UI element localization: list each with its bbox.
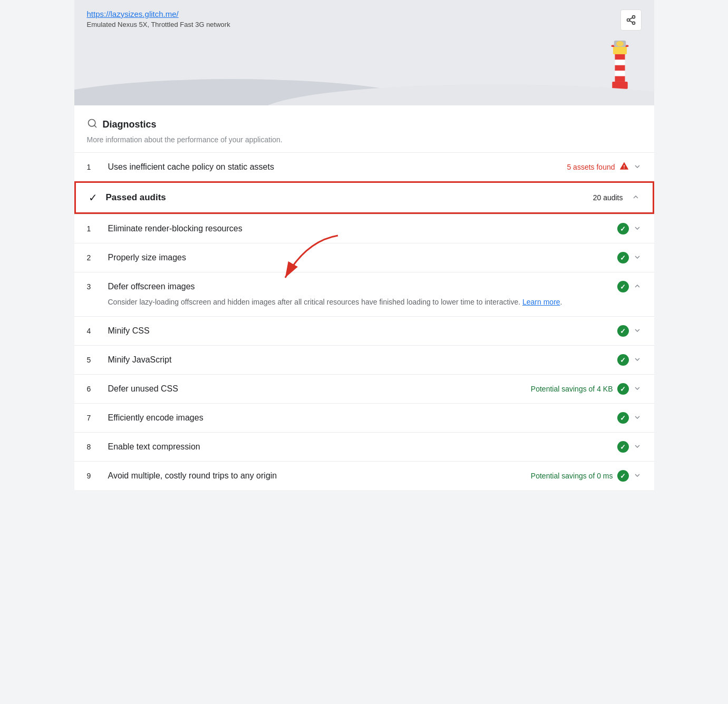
audit-right-pass-7: ✓ bbox=[617, 412, 642, 424]
diagnostics-header: Diagnostics bbox=[74, 105, 654, 135]
audit-row-round-trips: 9 Avoid multiple, costly round trips to … bbox=[74, 461, 654, 490]
green-check-icon-2: ✓ bbox=[617, 252, 629, 263]
audit-description-defer: Consider lazy-loading offscreen and hidd… bbox=[87, 297, 642, 308]
audit-right-pass-6: Potential savings of 4 KB ✓ bbox=[531, 383, 642, 395]
audit-row-size-images: 2 Properly size images ✓ bbox=[74, 243, 654, 272]
audit-number-pass-7: 7 bbox=[87, 414, 100, 422]
diagnostics-subtitle: More information about the performance o… bbox=[74, 135, 654, 152]
audit-right-pass-3: ✓ bbox=[617, 281, 642, 292]
audit-number-1: 1 bbox=[87, 163, 100, 171]
header: https://lazysizes.glitch.me/ Emulated Ne… bbox=[74, 0, 654, 105]
audit-number-pass-8: 8 bbox=[87, 443, 100, 451]
passed-audits-row[interactable]: ✓ Passed audits 20 audits bbox=[74, 181, 654, 214]
audit-right-pass-8: ✓ bbox=[617, 441, 642, 453]
svg-line-4 bbox=[629, 17, 633, 19]
chevron-up-icon-pass-3[interactable] bbox=[633, 282, 642, 292]
audit-label-pass-8: Enable text compression bbox=[108, 442, 609, 452]
svg-rect-9 bbox=[615, 71, 625, 76]
checkmark-icon: ✓ bbox=[89, 191, 98, 204]
audit-top-defer: 3 Defer offscreen images ✓ bbox=[87, 281, 642, 292]
chevron-down-icon-pass-1[interactable] bbox=[633, 224, 642, 234]
audit-row-defer-offscreen: 3 Defer offscreen images ✓ Consider lazy… bbox=[74, 272, 654, 316]
audit-right-pass-1: ✓ bbox=[617, 223, 642, 234]
warning-triangle-icon bbox=[619, 161, 629, 173]
learn-more-link[interactable]: Learn more bbox=[522, 298, 560, 306]
chevron-down-icon-1[interactable] bbox=[633, 162, 642, 172]
chevron-down-icon-pass-7[interactable] bbox=[633, 413, 642, 423]
audit-right-pass-5: ✓ bbox=[617, 354, 642, 366]
svg-rect-5 bbox=[613, 46, 627, 54]
chevron-down-icon-pass-5[interactable] bbox=[633, 355, 642, 365]
audit-number-pass-3: 3 bbox=[87, 282, 100, 291]
chevron-up-icon-passed[interactable] bbox=[632, 193, 640, 203]
audit-label-pass-9: Avoid multiple, costly round trips to an… bbox=[108, 471, 522, 481]
audit-label-pass-5: Minify JavaScript bbox=[108, 355, 609, 365]
svg-line-18 bbox=[94, 125, 96, 128]
svg-line-3 bbox=[629, 21, 633, 22]
audit-row-defer-css: 6 Defer unused CSS Potential savings of … bbox=[74, 374, 654, 403]
passed-audits-title: Passed audits bbox=[106, 192, 585, 203]
green-check-icon-8: ✓ bbox=[617, 441, 629, 453]
audit-right-pass-4: ✓ bbox=[617, 325, 642, 337]
share-icon bbox=[626, 15, 636, 25]
main-content: Diagnostics More information about the p… bbox=[74, 105, 654, 490]
header-subtitle: Emulated Nexus 5X, Throttled Fast 3G net… bbox=[87, 21, 230, 28]
audit-label-pass-1: Eliminate render-blocking resources bbox=[108, 224, 609, 233]
audit-number-pass-4: 4 bbox=[87, 327, 100, 335]
chevron-down-icon-pass-8[interactable] bbox=[633, 442, 642, 452]
chevron-down-icon-pass-2[interactable] bbox=[633, 253, 642, 263]
audit-number-pass-5: 5 bbox=[87, 356, 100, 364]
chevron-down-icon-pass-9[interactable] bbox=[633, 471, 642, 481]
passed-audits-count: 20 audits bbox=[593, 193, 623, 202]
green-check-icon-9: ✓ bbox=[617, 470, 629, 482]
assets-found-badge: 5 assets found bbox=[567, 163, 615, 171]
green-check-icon-3: ✓ bbox=[617, 281, 629, 292]
audit-label-pass-2: Properly size images bbox=[108, 253, 609, 262]
audit-right-pass-2: ✓ bbox=[617, 252, 642, 263]
diagnostics-icon bbox=[87, 118, 98, 131]
header-left: https://lazysizes.glitch.me/ Emulated Ne… bbox=[87, 9, 230, 28]
share-button[interactable] bbox=[620, 9, 642, 31]
audit-row-minify-js: 5 Minify JavaScript ✓ bbox=[74, 345, 654, 374]
chevron-down-icon-pass-4[interactable] bbox=[633, 326, 642, 336]
green-check-icon-7: ✓ bbox=[617, 412, 629, 424]
audit-number-pass-1: 1 bbox=[87, 224, 100, 233]
green-check-icon-4: ✓ bbox=[617, 325, 629, 337]
svg-rect-8 bbox=[615, 65, 625, 71]
header-right bbox=[620, 9, 642, 31]
audit-right-pass-9: Potential savings of 0 ms ✓ bbox=[531, 470, 642, 482]
audit-label-pass-6: Defer unused CSS bbox=[108, 384, 522, 394]
chevron-down-icon-pass-6[interactable] bbox=[633, 384, 642, 394]
svg-rect-7 bbox=[615, 60, 625, 65]
audit-number-pass-2: 2 bbox=[87, 253, 100, 262]
green-check-icon-6: ✓ bbox=[617, 383, 629, 395]
audit-label-pass-4: Minify CSS bbox=[108, 326, 609, 336]
audit-row-inefficient-cache: 1 Uses inefficient cache policy on stati… bbox=[74, 152, 654, 181]
audit-right-1: 5 assets found bbox=[567, 161, 641, 173]
audit-label-pass-3: Defer offscreen images bbox=[108, 282, 609, 291]
audit-row-minify-css: 4 Minify CSS ✓ bbox=[74, 316, 654, 345]
hills-decoration bbox=[74, 79, 654, 105]
green-check-icon-1: ✓ bbox=[617, 223, 629, 234]
audit-row-text-compression: 8 Enable text compression ✓ bbox=[74, 432, 654, 461]
potential-savings-6: Potential savings of 4 KB bbox=[531, 385, 613, 393]
potential-savings-9: Potential savings of 0 ms bbox=[531, 472, 613, 480]
green-check-icon-5: ✓ bbox=[617, 354, 629, 366]
audit-number-pass-6: 6 bbox=[87, 385, 100, 393]
audit-row-render-blocking: 1 Eliminate render-blocking resources ✓ bbox=[74, 214, 654, 243]
page-url[interactable]: https://lazysizes.glitch.me/ bbox=[87, 9, 230, 18]
audit-label-1: Uses inefficient cache policy on static … bbox=[108, 162, 559, 172]
audit-label-pass-7: Efficiently encode images bbox=[108, 413, 609, 423]
audit-number-pass-9: 9 bbox=[87, 472, 100, 480]
svg-point-14 bbox=[616, 41, 624, 46]
diagnostics-title: Diagnostics bbox=[103, 119, 157, 130]
audit-row-encode-images: 7 Efficiently encode images ✓ bbox=[74, 403, 654, 432]
svg-rect-6 bbox=[615, 54, 625, 60]
